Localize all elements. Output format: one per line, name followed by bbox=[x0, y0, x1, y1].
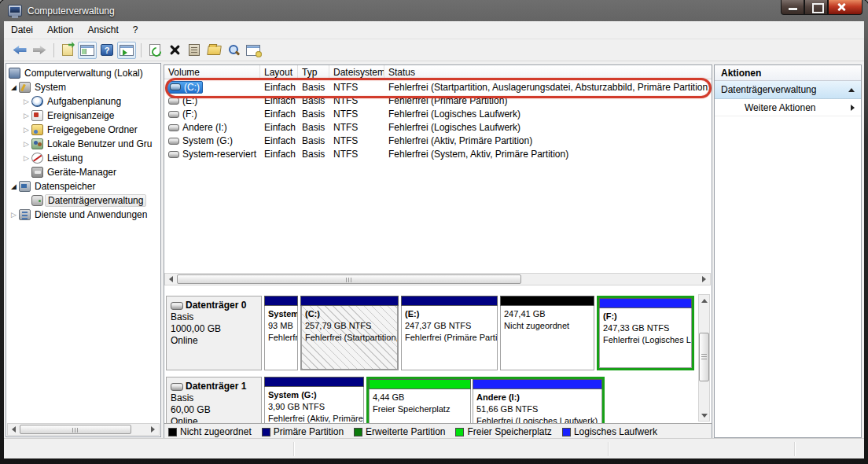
partition-free-space[interactable]: 4,44 GB Freier Speicherplatz bbox=[369, 379, 471, 423]
tree-item-system[interactable]: ◢ System bbox=[9, 80, 160, 94]
snap-in-icon[interactable] bbox=[244, 42, 263, 59]
partition-c[interactable]: (C:) 257,79 GB NTFS Fehlerfrei (Startpar… bbox=[300, 296, 399, 370]
disk-size: 60,00 GB bbox=[171, 404, 257, 416]
volume-fs: NTFS bbox=[329, 95, 384, 106]
legend-swatch-free bbox=[455, 428, 464, 436]
table-row[interactable]: System (G:) Einfach Basis NTFS Fehlerfre… bbox=[164, 134, 712, 147]
partition-f[interactable]: (F:) 247,33 GB NTFS Fehlerfrei (Logische… bbox=[599, 298, 692, 368]
volume-layout: Einfach bbox=[260, 149, 298, 160]
tree-item-label: Dienste und Anwendungen bbox=[35, 209, 147, 220]
refresh-icon[interactable] bbox=[145, 42, 164, 59]
table-row[interactable]: Andere (I:) Einfach Basis NTFS Fehlerfre… bbox=[164, 120, 712, 134]
scroll-right-icon[interactable] bbox=[698, 274, 710, 285]
expander-collapsed-icon[interactable]: ▷ bbox=[21, 154, 31, 162]
show-action-pane-icon[interactable] bbox=[117, 42, 136, 59]
scroll-right-icon[interactable] bbox=[147, 424, 159, 435]
volume-layout: Einfach bbox=[260, 122, 298, 133]
scrollbar-thumb[interactable] bbox=[699, 333, 709, 381]
actions-group-disk-management[interactable]: Datenträgerverwaltung bbox=[715, 81, 861, 99]
table-row[interactable]: (E:) Einfach Basis NTFS Fehlerfrei (Prim… bbox=[164, 94, 712, 107]
legend-label: Freier Speicherplatz bbox=[467, 426, 551, 437]
tree-item-root[interactable]: Computerverwaltung (Lokal) bbox=[9, 66, 160, 80]
partition-unallocated[interactable]: 247,41 GB Nicht zugeordnet bbox=[500, 296, 594, 370]
disk-1-label-panel[interactable]: Datenträger 1 Basis 60,00 GB Online bbox=[166, 377, 262, 423]
back-icon[interactable] bbox=[10, 42, 29, 59]
disk-size: 1000,00 GB bbox=[171, 323, 257, 335]
volume-list-horizontal-scrollbar[interactable] bbox=[164, 273, 711, 285]
expander-collapsed-icon[interactable]: ▷ bbox=[21, 98, 31, 105]
scroll-left-icon[interactable] bbox=[8, 424, 20, 435]
expander-collapsed-icon[interactable]: ▷ bbox=[9, 211, 19, 219]
partition-e[interactable]: (E:) 247,37 GB NTFS Fehlerfrei (Primäre … bbox=[401, 296, 498, 370]
maximize-button[interactable] bbox=[804, 0, 828, 15]
volume-icon bbox=[168, 124, 179, 131]
volume-typ: Basis bbox=[298, 122, 329, 133]
scroll-left-icon[interactable] bbox=[165, 274, 177, 285]
tree-horizontal-scrollbar[interactable] bbox=[7, 423, 160, 436]
partition-status: Fehlerfrei (Startpartition, Auslagerungs… bbox=[305, 332, 397, 344]
column-header-dateisystem[interactable]: Dateisystem bbox=[329, 65, 384, 79]
actions-header: Aktionen bbox=[715, 65, 861, 81]
show-console-tree-icon[interactable] bbox=[78, 42, 97, 59]
submenu-arrow-icon[interactable] bbox=[851, 105, 855, 111]
minimize-button[interactable] bbox=[781, 0, 804, 15]
menu-hilfe[interactable]: ? bbox=[126, 22, 145, 38]
extended-partition-frame: 4,44 GB Freier Speicherplatz Andere (I:)… bbox=[366, 377, 605, 423]
tree-item-ereignisanzeige[interactable]: ▷ Ereignisanzeige bbox=[9, 109, 160, 123]
close-button[interactable] bbox=[828, 0, 862, 15]
table-row[interactable]: System-reserviert Einfach Basis NTFS Feh… bbox=[164, 147, 712, 160]
tree-item-leistung[interactable]: ▷ Leistung bbox=[9, 151, 160, 165]
find-icon[interactable] bbox=[224, 42, 243, 59]
column-header-status[interactable]: Status bbox=[384, 65, 712, 79]
partition-status: Fehlerfrei (Aktiv, Primäre Partition) bbox=[268, 413, 363, 423]
tree-item-freigegebene-ordner[interactable]: ▷ Freigegebene Ordner bbox=[9, 123, 160, 137]
export-list-icon[interactable] bbox=[58, 42, 77, 59]
volume-fs: NTFS bbox=[329, 122, 384, 133]
system-icon bbox=[19, 82, 31, 93]
tree-item-lokale-benutzer[interactable]: ▷ Lokale Benutzer und Gru bbox=[9, 137, 160, 151]
scroll-down-icon[interactable] bbox=[699, 410, 709, 421]
tree-item-datenspeicher[interactable]: ◢ Datenspeicher bbox=[9, 179, 160, 193]
actions-more-item[interactable]: Weitere Aktionen bbox=[715, 99, 861, 116]
table-row[interactable]: (C:) Einfach Basis NTFS Fehlerfrei (Star… bbox=[164, 80, 712, 94]
expander-collapsed-icon[interactable]: ▷ bbox=[21, 140, 31, 148]
disk-view-vertical-scrollbar[interactable] bbox=[698, 294, 710, 422]
volume-name: System-reserviert bbox=[182, 149, 256, 160]
column-header-volume[interactable]: Volume bbox=[164, 65, 260, 79]
open-folder-icon[interactable] bbox=[204, 42, 223, 59]
partition-status: Nicht zugeordnet bbox=[504, 320, 594, 332]
tree-item-datentraegerverwaltung[interactable]: Datenträgerverwaltung bbox=[9, 193, 160, 208]
scrollbar-thumb[interactable] bbox=[20, 425, 131, 434]
title-bar[interactable]: Computerverwaltung bbox=[0, 0, 868, 21]
expander-expanded-icon[interactable]: ◢ bbox=[9, 83, 19, 91]
menu-ansicht[interactable]: Ansicht bbox=[80, 22, 125, 38]
properties-icon[interactable] bbox=[185, 42, 204, 59]
legend-label: Nicht zugeordnet bbox=[180, 426, 252, 437]
column-header-typ[interactable]: Typ bbox=[298, 65, 329, 79]
partition-system-reserviert[interactable]: System-reserviert 93 MB Fehlerfrei (Syst… bbox=[264, 296, 298, 370]
partition-andere-i[interactable]: Andere (I:) 51,66 GB NTFS Fehlerfrei (Lo… bbox=[473, 379, 602, 423]
expander-collapsed-icon[interactable]: ▷ bbox=[21, 126, 31, 134]
menu-datei[interactable]: Datei bbox=[4, 22, 40, 38]
scroll-up-icon[interactable] bbox=[699, 295, 709, 306]
menu-aktion[interactable]: Aktion bbox=[40, 22, 80, 38]
volume-name: (C:) bbox=[184, 82, 200, 93]
event-viewer-icon bbox=[31, 110, 43, 121]
collapse-icon[interactable] bbox=[848, 88, 855, 92]
help-icon[interactable] bbox=[97, 42, 116, 59]
legend-swatch-unallocated bbox=[168, 428, 177, 436]
column-header-layout[interactable]: Layout bbox=[260, 65, 298, 79]
tree-item-dienste[interactable]: ▷ Dienste und Anwendungen bbox=[9, 208, 160, 222]
expander-expanded-icon[interactable]: ◢ bbox=[9, 182, 19, 190]
tree-item-geraete-manager[interactable]: Geräte-Manager bbox=[9, 165, 160, 179]
forward-icon[interactable] bbox=[30, 42, 49, 59]
partition-size: 3,90 GB NTFS bbox=[268, 401, 363, 413]
tree-item-aufgabenplanung[interactable]: ▷ Aufgabenplanung bbox=[9, 94, 160, 109]
disk-0-label-panel[interactable]: Datenträger 0 Basis 1000,00 GB Online bbox=[166, 296, 262, 370]
partition-system-g[interactable]: System (G:) 3,90 GB NTFS Fehlerfrei (Akt… bbox=[264, 377, 364, 423]
expander-collapsed-icon[interactable]: ▷ bbox=[21, 112, 31, 120]
table-row[interactable]: (F:) Einfach Basis NTFS Fehlerfrei (Logi… bbox=[164, 107, 712, 120]
volume-status: Fehlerfrei (Startpartition, Auslagerungs… bbox=[384, 82, 712, 93]
delete-icon[interactable] bbox=[165, 42, 184, 59]
scrollbar-thumb[interactable] bbox=[177, 274, 521, 284]
